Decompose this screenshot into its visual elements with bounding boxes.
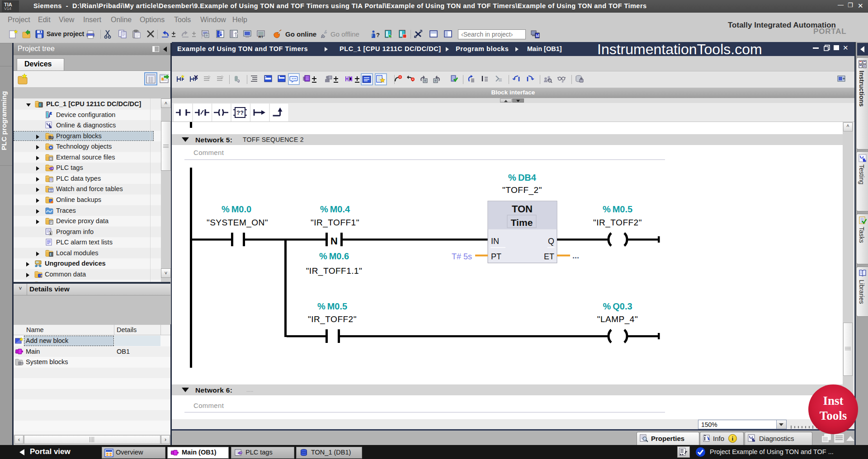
svg-text:N: N — [330, 235, 338, 247]
svg-text:PT: PT — [491, 252, 501, 261]
svg-text:% M0.0: % M0.0 — [222, 204, 251, 214]
svg-text:% M0.6: % M0.6 — [319, 251, 349, 261]
svg-text:Comment: Comment — [193, 149, 224, 156]
svg-text:Q: Q — [548, 237, 554, 246]
svg-text:% DB4: % DB4 — [508, 173, 537, 183]
svg-text:Go offline: Go offline — [330, 30, 359, 38]
svg-text:"IR_TOFF2": "IR_TOFF2" — [593, 218, 642, 228]
svg-text:Comment: Comment — [193, 402, 224, 409]
svg-text:...: ... — [572, 251, 579, 260]
svg-text:TOFF SEQUENCE 2: TOFF SEQUENCE 2 — [243, 136, 304, 143]
svg-text:ET: ET — [544, 252, 554, 261]
svg-text:"TOFF_2": "TOFF_2" — [502, 185, 542, 195]
svg-text:Save project: Save project — [47, 30, 85, 37]
svg-text:T# 5s: T# 5s — [452, 252, 472, 261]
svg-text:% M0.4: % M0.4 — [320, 204, 350, 214]
svg-text:Network 5:: Network 5: — [195, 136, 232, 144]
svg-text:Time: Time — [511, 217, 533, 228]
svg-text:% M0.5: % M0.5 — [603, 204, 632, 214]
svg-text:Go online: Go online — [285, 30, 316, 38]
svg-text:?: ? — [376, 32, 380, 38]
svg-text:IN: IN — [491, 237, 499, 246]
svg-text:"IR_TOFF1": "IR_TOFF1" — [311, 218, 359, 228]
svg-text:TON: TON — [512, 203, 533, 215]
svg-text:Network 6:: Network 6: — [195, 386, 232, 394]
svg-text:RT: RT — [259, 35, 264, 39]
svg-text:.....: ..... — [246, 387, 253, 393]
svg-text:% Q0.3: % Q0.3 — [603, 301, 632, 311]
svg-text:"IR_TOFF2": "IR_TOFF2" — [308, 314, 357, 324]
svg-text:"LAMP_4": "LAMP_4" — [597, 314, 638, 324]
svg-text:??: ?? — [236, 109, 244, 116]
svg-text:"SYSTEM_ON": "SYSTEM_ON" — [207, 218, 268, 228]
svg-text:% M0.5: % M0.5 — [317, 301, 347, 311]
svg-text:"IR_TOFF1.1": "IR_TOFF1.1" — [306, 266, 363, 276]
